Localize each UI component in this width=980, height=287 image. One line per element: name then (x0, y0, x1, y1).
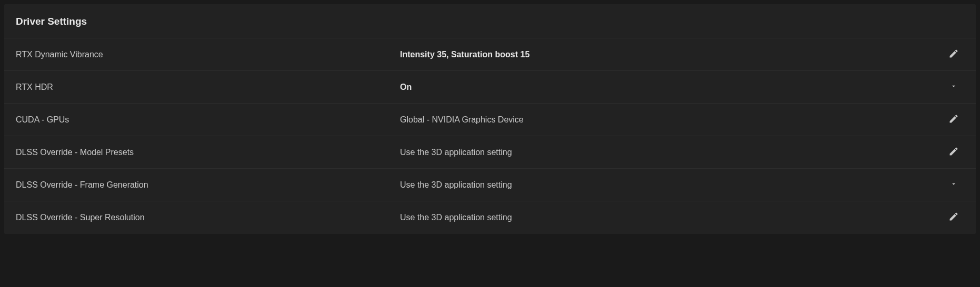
dropdown-button[interactable] (943, 83, 964, 92)
driver-settings-panel: Driver Settings RTX Dynamic Vibrance Int… (4, 4, 976, 234)
setting-label: DLSS Override - Model Presets (16, 148, 400, 157)
edit-button[interactable] (943, 48, 964, 61)
setting-value: Use the 3D application setting (400, 213, 943, 222)
edit-icon (948, 146, 959, 159)
dropdown-button[interactable] (943, 180, 964, 190)
setting-row-rtx-hdr[interactable]: RTX HDR On (4, 71, 976, 104)
setting-row-rtx-dynamic-vibrance[interactable]: RTX Dynamic Vibrance Intensity 35, Satur… (4, 38, 976, 71)
edit-icon (948, 48, 959, 61)
section-title: Driver Settings (4, 4, 976, 38)
edit-button[interactable] (943, 211, 964, 224)
setting-row-dlss-super-resolution[interactable]: DLSS Override - Super Resolution Use the… (4, 201, 976, 234)
setting-label: DLSS Override - Super Resolution (16, 213, 400, 222)
setting-row-dlss-frame-generation[interactable]: DLSS Override - Frame Generation Use the… (4, 169, 976, 201)
setting-label: DLSS Override - Frame Generation (16, 180, 400, 190)
edit-icon (948, 211, 959, 224)
setting-label: RTX HDR (16, 83, 400, 92)
setting-value: Use the 3D application setting (400, 180, 943, 190)
chevron-down-icon (950, 83, 957, 92)
chevron-down-icon (950, 180, 957, 190)
setting-row-cuda-gpus[interactable]: CUDA - GPUs Global - NVIDIA Graphics Dev… (4, 104, 976, 136)
setting-label: CUDA - GPUs (16, 115, 400, 125)
setting-value: On (400, 83, 943, 92)
setting-value: Intensity 35, Saturation boost 15 (400, 50, 943, 59)
edit-icon (948, 114, 959, 126)
setting-value: Global - NVIDIA Graphics Device (400, 115, 943, 125)
setting-label: RTX Dynamic Vibrance (16, 50, 400, 59)
setting-row-dlss-model-presets[interactable]: DLSS Override - Model Presets Use the 3D… (4, 136, 976, 169)
edit-button[interactable] (943, 114, 964, 126)
edit-button[interactable] (943, 146, 964, 159)
setting-value: Use the 3D application setting (400, 148, 943, 157)
